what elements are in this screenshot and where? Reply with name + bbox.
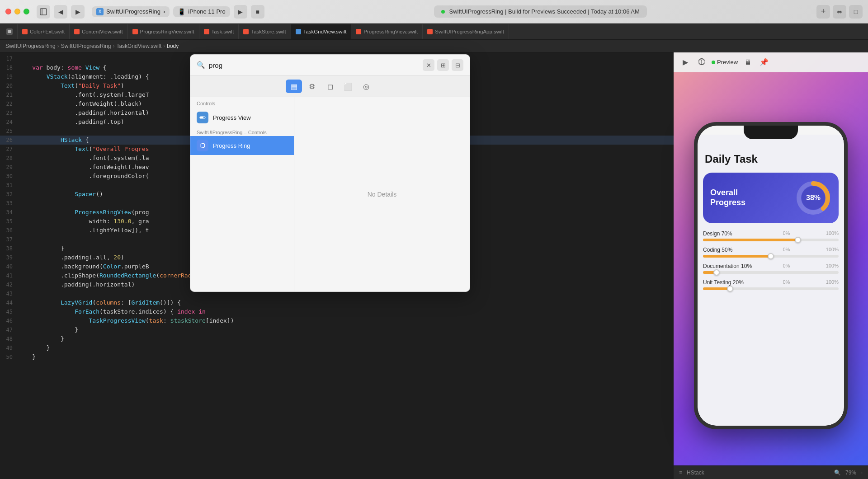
filter-sliders-button[interactable]: ⚙ (304, 80, 320, 93)
code-line: 45 ForEach(taskStore.indices) { index in (0, 307, 674, 316)
close-button[interactable] (5, 9, 11, 14)
breadcrumb-part-1[interactable]: SwiftUIProgressRing (5, 43, 56, 49)
task-bar-fill (703, 255, 771, 258)
task-bar-bg (703, 287, 839, 290)
task-range: 0% 100% (783, 230, 839, 237)
ac-item-label: Progress Ring (213, 142, 250, 149)
svg-rect-0 (40, 9, 47, 15)
ac-item-label: Progress View (213, 114, 251, 121)
swift-file-icon (22, 29, 28, 34)
task-header: Design 70% 0% 100% (703, 230, 839, 237)
search-input[interactable] (209, 61, 419, 69)
tab-progress-ring-view-2[interactable]: ProgressRingView.swift (351, 24, 423, 39)
tab-progress-ring-view-1[interactable]: ProgressRingView.swift (128, 24, 199, 39)
progress-label: OverallProgress (710, 188, 790, 207)
tab-label: SwiftUIProgressRingApp.swift (435, 29, 504, 34)
filter-effects-button[interactable]: ◎ (358, 80, 374, 93)
preview-play-button[interactable]: ▶ (679, 56, 692, 69)
progress-view-icon (197, 112, 208, 123)
task-bar-thumb[interactable] (768, 253, 774, 259)
sidebar-toggle-button[interactable] (37, 5, 50, 19)
code-line: 49 } (0, 343, 674, 352)
clear-search-button[interactable]: ✕ (423, 59, 434, 71)
device-selector[interactable]: 📱 iPhone 11 Pro (173, 6, 230, 17)
device-name: iPhone 11 Pro (188, 8, 225, 15)
progress-percent: 38% (806, 194, 821, 202)
breadcrumb: SwiftUIProgressRing › SwiftUIProgressRin… (0, 40, 868, 52)
task-range: 0% 100% (783, 247, 839, 253)
progress-text-group: OverallProgress (710, 188, 790, 207)
ac-section-sub-label: SwiftUIProgressRing – Controls (190, 127, 294, 136)
list-item[interactable]: Progress Ring (190, 136, 294, 155)
preview-pin-button[interactable]: 📌 (758, 56, 770, 69)
breadcrumb-sep-2: › (113, 43, 114, 49)
tab-label: TaskStore.swift (251, 29, 286, 34)
run-button[interactable]: ▶ (234, 5, 247, 19)
filter-images-button[interactable]: ⬜ (340, 80, 356, 93)
task-item-testing: Unit Testing 20% 0% 100% (703, 279, 839, 290)
task-header: Coding 50% 0% 100% (703, 247, 839, 253)
breadcrumb-part-4[interactable]: body (167, 43, 179, 49)
breadcrumb-part-3[interactable]: TaskGridView.swift (116, 43, 161, 49)
structure-icon: ≡ (679, 470, 682, 476)
code-line: 47 } (0, 325, 674, 334)
task-name: Coding 50% (703, 247, 732, 253)
tab-color-ext[interactable]: Color+Ext.swift (18, 24, 70, 39)
build-status-pill: SwiftUIProgressRing | Build for Previews… (434, 5, 647, 18)
svg-rect-10 (200, 117, 203, 118)
task-bar-bg (703, 255, 839, 258)
preview-device-button[interactable]: 🖥 (741, 56, 754, 69)
tab-label: ProgressRingView.swift (140, 29, 194, 34)
tab-label: Task.swift (212, 29, 234, 34)
task-header: Documentation 10% 0% 100% (703, 263, 839, 269)
zoom-icon: 🔍 (834, 470, 841, 476)
preview-label: Preview (712, 59, 738, 66)
swift-file-icon (427, 29, 433, 34)
stop-button[interactable]: ■ (251, 5, 264, 19)
xcode-icon: X (96, 8, 104, 15)
swift-file-icon (132, 29, 138, 34)
task-bar-thumb[interactable] (727, 286, 733, 292)
task-bar-bg (703, 239, 839, 241)
breadcrumb-part-2[interactable]: SwiftUIProgressRing (61, 43, 111, 49)
tab-task[interactable]: Task.swift (199, 24, 239, 39)
build-status-text: SwiftUIProgressRing | Build for Previews… (449, 8, 586, 15)
zoom-level: 79% (845, 470, 856, 476)
tab-app[interactable]: SwiftUIProgressRingApp.swift (423, 24, 509, 39)
minimize-button[interactable] (14, 9, 20, 14)
tab-bar: Color+Ext.swift ContentView.swift Progre… (0, 23, 868, 40)
detail-view-button[interactable]: ⊟ (452, 59, 463, 71)
grid-view-button[interactable]: ⊞ (437, 59, 449, 71)
tab-content-view[interactable]: ContentView.swift (70, 24, 128, 39)
code-line: 48 } (0, 334, 674, 343)
task-bar-thumb[interactable] (713, 269, 720, 276)
scheme-selector[interactable]: X SwiftUIProgressRing › (92, 6, 170, 17)
task-bar-thumb[interactable] (795, 237, 801, 243)
split-editor-button[interactable]: ⇔ (833, 5, 846, 19)
ac-results: Controls Progress View SwiftUIProgressRi… (190, 97, 470, 291)
inspector-button[interactable]: □ (849, 5, 863, 19)
tab-task-store[interactable]: TaskStore.swift (239, 24, 291, 39)
tab-task-grid-view[interactable]: TaskGridView.swift (291, 24, 352, 39)
code-line: 50 } (0, 352, 674, 362)
fullscreen-button[interactable] (24, 9, 29, 14)
tab-nav-left[interactable] (2, 24, 18, 39)
filter-shapes-button[interactable]: ◻ (322, 80, 338, 93)
forward-button[interactable]: ▶ (71, 5, 85, 19)
back-button[interactable]: ◀ (54, 5, 67, 19)
iphone-mockup: Daily Task OverallProgress (694, 122, 848, 429)
preview-toolbar: ▶ ⓵ Preview 🖥 📌 (674, 52, 868, 72)
task-item-docs: Documentation 10% 0% 100% (703, 263, 839, 274)
autocomplete-panel: 🔍 ✕ ⊞ ⊟ ▤ ⚙ ◻ ⬜ ◎ Controls Progress View (190, 54, 470, 292)
preview-inspect-button[interactable]: ⓵ (695, 56, 708, 69)
scheme-name: SwiftUIProgressRing (106, 8, 160, 15)
add-tab-button[interactable]: + (816, 5, 830, 19)
zoom-out-icon[interactable]: - (861, 470, 863, 476)
filter-controls-button[interactable]: ▤ (286, 80, 302, 93)
ac-filter-bar: ▤ ⚙ ◻ ⬜ ◎ (190, 76, 470, 97)
tab-label: TaskGridView.swift (303, 29, 347, 34)
progress-ring-icon (197, 140, 208, 151)
task-header: Unit Testing 20% 0% 100% (703, 279, 839, 286)
no-details-text: No Details (368, 191, 397, 198)
list-item[interactable]: Progress View (190, 108, 294, 127)
